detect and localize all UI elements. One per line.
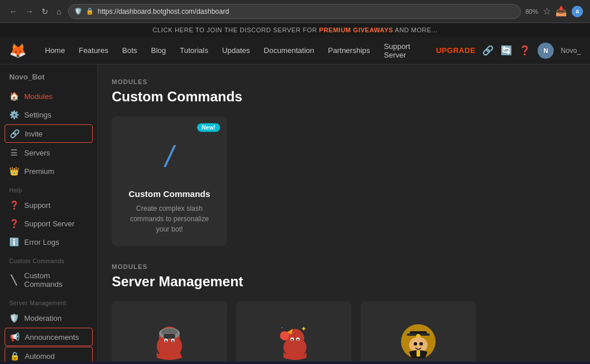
slash-icon: /: [165, 142, 173, 172]
server-management-cards-row: Moderation Moderate your server with a s…: [112, 301, 576, 362]
premium-label: Premium: [24, 167, 54, 176]
sidebar-item-premium[interactable]: 👑 Premium: [0, 162, 97, 180]
sidebar-item-custom-commands[interactable]: ╲ Custom Commands: [0, 267, 97, 293]
server-management-section-title: Server Management: [112, 274, 576, 290]
nav-user-avatar[interactable]: N: [538, 43, 554, 59]
help-section-label: Help: [0, 180, 97, 196]
modules-cards-row: New! / Custom Commands Create complex sl…: [112, 116, 576, 246]
announcements-card-icon: ✦ •: [271, 318, 317, 362]
svg-point-22: [409, 337, 428, 353]
refresh-button[interactable]: ↻: [39, 6, 51, 17]
logo-icon: 🦊: [9, 43, 27, 59]
home-button[interactable]: ⌂: [54, 6, 63, 17]
modules-label: Modules: [24, 92, 52, 101]
svg-text:•: •: [281, 325, 283, 330]
svg-point-8: [172, 340, 174, 342]
sidebar-item-invite[interactable]: 🔗 Invite: [5, 124, 93, 143]
main-nav: 🦊 Home Features Bots Blog Tutorials Upda…: [0, 37, 590, 65]
sidebar-item-announcements[interactable]: 📢 Announcements: [5, 328, 93, 346]
announcement-banner[interactable]: CLICK HERE TO JOIN THE DISCORD SERVER FO…: [0, 23, 590, 37]
lock-icon: 🛡️: [74, 7, 82, 15]
custom-commands-card-title: Custom Commands: [128, 189, 210, 199]
announcements-icon: 📢: [10, 332, 19, 342]
nav-links: Home Features Bots Blog Tutorials Update…: [38, 37, 436, 65]
bot-name: Novo_Bot: [0, 65, 97, 87]
link-button[interactable]: 🔗: [482, 45, 494, 56]
modules-icon: 🏠: [9, 92, 18, 101]
invite-icon: 🔗: [10, 129, 19, 138]
moderation-card-icon: [146, 318, 192, 362]
nav-logo: 🦊: [9, 43, 27, 59]
address-bar[interactable]: 🛡️ 🔒 https://dashboard.botghost.com/dash…: [68, 4, 521, 19]
svg-text:✦: ✦: [301, 325, 307, 333]
settings-icon: ⚙️: [9, 110, 18, 119]
automod-card-icon: [395, 318, 441, 362]
browser-actions: 80% ☆ 📥 a: [525, 6, 583, 17]
browser-bar: ← → ↻ ⌂ 🛡️ 🔒 https://dashboard.botghost.…: [0, 0, 590, 23]
forward-button[interactable]: →: [23, 6, 36, 17]
sidebar-item-settings[interactable]: ⚙️ Settings: [0, 105, 97, 124]
support-server-icon: ❓: [9, 219, 18, 228]
moderation-icon: 🛡️: [9, 313, 18, 323]
bookmark-button[interactable]: ☆: [543, 6, 551, 17]
svg-point-23: [414, 342, 417, 346]
upgrade-button[interactable]: UPGRADE: [436, 46, 476, 55]
nav-home[interactable]: Home: [38, 37, 72, 65]
url-text: https://dashboard.botghost.com/dashboard: [97, 7, 229, 16]
nav-features[interactable]: Features: [72, 37, 115, 65]
svg-point-7: [165, 340, 167, 342]
custom-commands-section-label: Custom Commands: [0, 251, 97, 267]
premium-icon: 👑: [9, 166, 18, 176]
sidebar-item-automod[interactable]: 🔒 Automod: [5, 347, 93, 362]
main-content: MODULES Custom Commands New! / Custom Co…: [98, 65, 590, 362]
moderation-svg: [146, 318, 192, 362]
svg-point-15: [297, 339, 299, 341]
nav-support-server[interactable]: Support Server: [377, 37, 436, 65]
nav-blog[interactable]: Blog: [144, 37, 173, 65]
lock-secure: 🔒: [86, 7, 94, 15]
refresh-nav-button[interactable]: 🔄: [501, 45, 512, 56]
announcements-label: Announcements: [25, 333, 79, 342]
automod-card[interactable]: Automod Automatically moderate your serv…: [361, 301, 476, 362]
custom-commands-card[interactable]: New! / Custom Commands Create complex sl…: [112, 116, 227, 246]
nav-updates[interactable]: Updates: [215, 37, 256, 65]
nav-tutorials[interactable]: Tutorials: [173, 37, 215, 65]
browser-user-avatar[interactable]: a: [572, 6, 583, 17]
announcement-premium-text: PREMIUM GIVEAWAYS: [319, 26, 394, 33]
support-label: Support: [24, 201, 51, 210]
announcement-text-after: AND MORE...: [395, 26, 437, 33]
svg-point-24: [419, 342, 423, 346]
sidebar-item-error-logs[interactable]: ℹ️ Error Logs: [0, 233, 97, 251]
nav-bots[interactable]: Bots: [115, 37, 144, 65]
sidebar-item-servers[interactable]: ☰ Servers: [0, 143, 97, 162]
nav-partnerships[interactable]: Partnerships: [321, 37, 377, 65]
svg-point-14: [292, 339, 293, 341]
custom-commands-icon: ╲: [9, 275, 18, 286]
custom-commands-card-desc: Create complex slash commands to persona…: [123, 203, 215, 234]
error-logs-label: Error Logs: [24, 238, 59, 247]
servers-label: Servers: [24, 149, 50, 157]
svg-rect-4: [164, 334, 175, 339]
sidebar-item-modules[interactable]: 🏠 Modules: [0, 87, 97, 105]
invite-label: Invite: [25, 130, 43, 138]
help-button[interactable]: ❓: [519, 45, 531, 56]
modules-section-label: MODULES: [112, 78, 576, 85]
support-server-label: Support Server: [24, 219, 74, 228]
automod-icon: 🔒: [10, 351, 19, 361]
moderation-card[interactable]: Moderation Moderate your server with a s…: [112, 301, 227, 362]
svg-rect-25: [417, 351, 420, 357]
automod-label: Automod: [25, 352, 55, 361]
error-logs-icon: ℹ️: [9, 237, 18, 247]
custom-commands-label: Custom Commands: [24, 271, 88, 289]
announcements-card[interactable]: ✦ • Announcements Create automatic annou…: [236, 301, 351, 362]
sidebar: Novo_Bot 🏠 Modules ⚙️ Settings 🔗 Invite …: [0, 65, 98, 362]
support-icon: ❓: [9, 200, 18, 210]
pocket-button[interactable]: 📥: [555, 6, 567, 17]
sidebar-item-support-server[interactable]: ❓ Support Server: [0, 214, 97, 233]
nav-documentation[interactable]: Documentation: [257, 37, 321, 65]
sidebar-item-moderation[interactable]: 🛡️ Moderation: [0, 309, 97, 327]
back-button[interactable]: ←: [7, 6, 20, 17]
zoom-level: 80%: [525, 8, 538, 15]
sidebar-item-support[interactable]: ❓ Support: [0, 196, 97, 214]
custom-commands-card-icon: /: [146, 134, 192, 180]
